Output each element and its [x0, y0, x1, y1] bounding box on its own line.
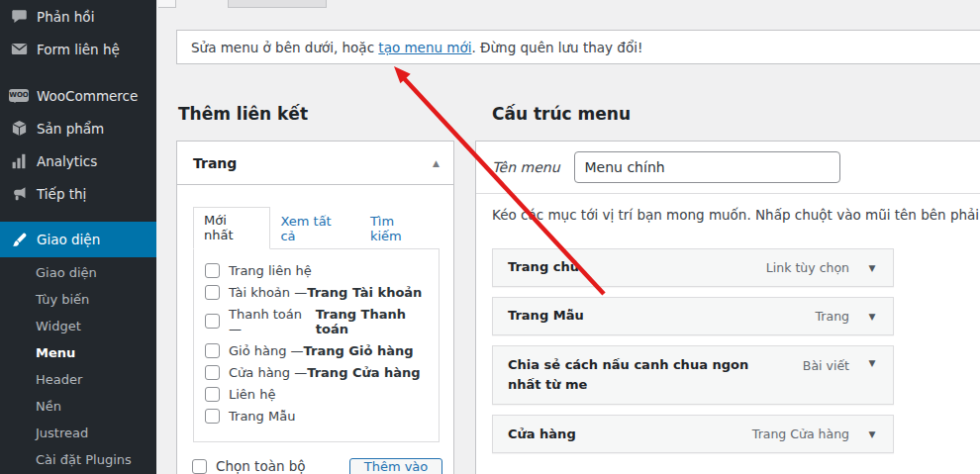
page-label: Trang Mẫu [229, 409, 295, 424]
chevron-down-icon[interactable]: ▼ [864, 312, 880, 322]
list-item: Trang liên hệ [205, 259, 439, 281]
menu-item-row[interactable]: Chia sẻ cách nấu canh chua ngon nhất từ … [492, 345, 894, 405]
woocommerce-icon: WOO [9, 86, 29, 106]
list-item: Cửa hàng — Trang Cửa hàng [205, 361, 439, 383]
checkbox[interactable] [205, 314, 220, 329]
menu-structure-heading: Cấu trúc menu [492, 104, 631, 124]
megaphone-icon [9, 184, 29, 204]
edit-menu-notice: Sửa menu ở bên dưới, hoặc tạo menu mới. … [176, 30, 980, 64]
pages-checklist: Trang liên hệ Tài khoản — Trang Tài khoả… [193, 248, 440, 442]
page-label-bold: Trang Thanh toán [316, 307, 439, 336]
submenu-item-giao-dien[interactable]: Giao diện [0, 259, 156, 286]
add-to-menu-button[interactable]: Thêm vào menu [349, 458, 442, 474]
mail-icon [9, 40, 29, 59]
menu-name-label: Tên menu [492, 159, 560, 175]
submenu-item-menu[interactable]: Menu [0, 339, 156, 366]
bar-chart-icon [9, 151, 29, 171]
menu-item-type: Bài viết [803, 358, 849, 373]
page-label: Cửa hàng — [229, 365, 307, 380]
checkbox[interactable] [205, 343, 220, 358]
list-item: Trang Mẫu [205, 405, 439, 427]
submenu-item-justread[interactable]: Justread [0, 420, 156, 446]
drag-instruction-text: Kéo các mục tới vị trí bạn mong muốn. Nh… [492, 207, 980, 223]
appearance-submenu: Giao diện Tùy biến Widget Menu Header Nề… [0, 257, 156, 473]
page-label: Tài khoản — [229, 285, 307, 300]
menu-item-title: Cửa hàng [508, 425, 752, 444]
checkbox[interactable] [205, 387, 220, 402]
sidebar-item-woocommerce[interactable]: WOO WooCommerce [0, 79, 156, 112]
menu-name-input[interactable] [574, 151, 840, 183]
menu-item-type: Trang Cửa hàng [752, 427, 849, 441]
sidebar-item-giao-dien[interactable]: Giao diện [0, 222, 156, 257]
list-item: Thanh toán — Trang Thanh toán [205, 303, 439, 339]
notice-text-before: Sửa menu ở bên dưới, hoặc [191, 40, 378, 55]
notice-text-after: . Đừng quên lưu thay đổi! [471, 40, 642, 55]
select-all-label: Chọn toàn bộ [216, 458, 306, 474]
menu-structure-card: Tên menu Kéo các mục tới vị trí bạn mong… [475, 141, 980, 474]
sidebar-item-label: Sản phẩm [37, 121, 104, 137]
menu-item-title: Chia sẻ cách nấu canh chua ngon nhất từ … [508, 355, 755, 395]
sidebar-item-label: Tiếp thị [37, 186, 86, 202]
menu-item-type: Trang [816, 309, 849, 324]
create-new-menu-link[interactable]: tạo menu mới [378, 40, 471, 55]
tab-edit-menus[interactable] [158, 0, 176, 8]
chevron-down-icon[interactable]: ▼ [864, 429, 880, 439]
page-label: Trang liên hệ [229, 263, 312, 278]
menu-item-row[interactable]: Cửa hàng Trang Cửa hàng ▼ [492, 415, 894, 453]
pages-filter-tabs: Mới nhất Xem tất cả Tìm kiếm [193, 207, 440, 249]
tab-view-all[interactable]: Xem tất cả [270, 209, 359, 249]
sidebar-item-tiep-thi[interactable]: Tiếp thị [0, 177, 156, 210]
sidebar-item-label: WooCommerce [37, 88, 138, 104]
sidebar-item-label: Phản hồi [37, 9, 94, 25]
chevron-down-icon[interactable]: ▼ [864, 358, 880, 368]
checkbox[interactable] [205, 285, 220, 300]
checkbox[interactable] [205, 365, 220, 380]
menu-name-row: Tên menu [476, 142, 980, 194]
page-label: Giỏ hàng — [229, 343, 304, 358]
pages-postbox-header[interactable]: Trang ▲ [177, 142, 453, 185]
submenu-item-nen[interactable]: Nền [0, 393, 156, 420]
tab-manage-locations[interactable] [228, 0, 327, 8]
page-label-bold: Trang Giỏ hàng [304, 343, 414, 358]
list-item: Liên hệ [205, 383, 439, 405]
submenu-item-header[interactable]: Header [0, 366, 156, 393]
product-box-icon [9, 119, 29, 139]
page-label: Liên hệ [229, 387, 275, 402]
sidebar-item-analytics[interactable]: Analytics [0, 144, 156, 177]
menu-items-list: Trang chủ Link tùy chọn ▼ Trang Mẫu Tran… [492, 248, 894, 453]
tab-search[interactable]: Tìm kiếm [360, 209, 440, 249]
submenu-item-cai-dat-plugins[interactable]: Cài đặt Plugins [0, 446, 156, 473]
submenu-item-widget[interactable]: Widget [0, 313, 156, 339]
menu-item-title: Trang chủ [508, 257, 755, 277]
comment-icon [9, 7, 29, 27]
checkbox[interactable] [205, 263, 220, 278]
page-label-bold: Trang Cửa hàng [307, 365, 420, 380]
collapse-icon[interactable]: ▲ [433, 158, 440, 168]
chevron-down-icon[interactable]: ▼ [864, 263, 880, 273]
sidebar-item-label: Analytics [37, 153, 97, 169]
page-label: Thanh toán — [229, 307, 316, 336]
list-item: Tài khoản — Trang Tài khoản [205, 281, 439, 303]
sidebar-item-label: Giao diện [37, 232, 100, 247]
pages-postbox-title: Trang [193, 155, 237, 171]
menu-item-type: Link tùy chọn [766, 260, 849, 275]
paintbrush-icon [9, 230, 29, 249]
sidebar-item-label: Form liên hệ [37, 42, 120, 57]
menu-item-row[interactable]: Trang chủ Link tùy chọn ▼ [492, 248, 894, 287]
sidebar-item-form-lien-he[interactable]: Form liên hệ [0, 33, 156, 65]
list-item: Giỏ hàng — Trang Giỏ hàng [205, 339, 439, 361]
add-links-heading: Thêm liên kết [178, 104, 308, 124]
submenu-item-tuy-bien[interactable]: Tùy biến [0, 286, 156, 313]
menu-item-row[interactable]: Trang Mẫu Trang ▼ [492, 297, 894, 335]
admin-sidebar: Phản hồi Form liên hệ WOO WooCommerce Sả… [0, 0, 156, 474]
select-all-checkbox[interactable] [192, 459, 207, 474]
tab-most-recent[interactable]: Mới nhất [193, 207, 270, 249]
checkbox[interactable] [205, 409, 220, 424]
pages-postbox: Trang ▲ Mới nhất Xem tất cả Tìm kiếm Tra… [176, 141, 454, 474]
sidebar-item-phan-hoi[interactable]: Phản hồi [0, 0, 156, 33]
sidebar-item-san-pham[interactable]: Sản phẩm [0, 112, 156, 144]
page-label-bold: Trang Tài khoản [307, 285, 422, 300]
menu-item-title: Trang Mẫu [508, 306, 755, 326]
